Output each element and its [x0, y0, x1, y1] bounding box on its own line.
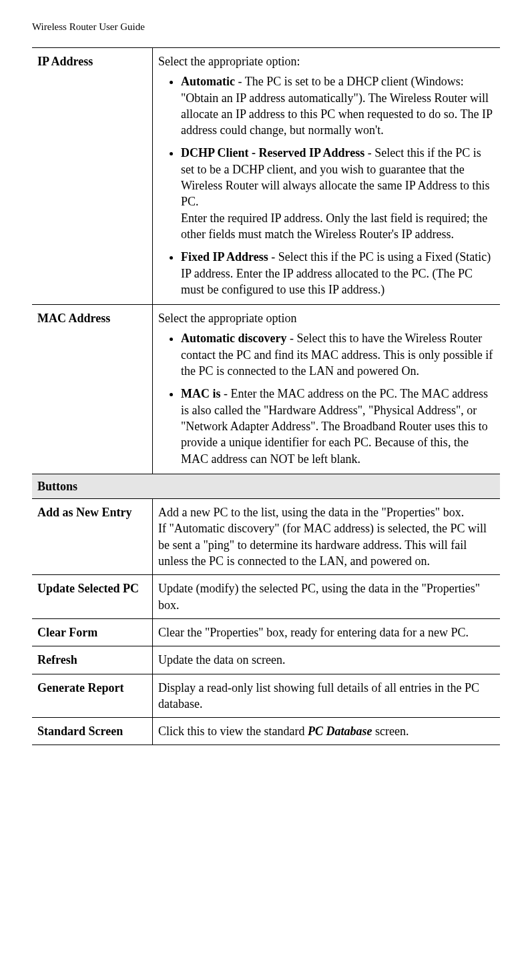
row-description: Select the appropriate option Automatic …	[153, 305, 501, 474]
options-list: Automatic - The PC is set to be a DHCP c…	[158, 73, 495, 298]
row-label: Generate Report	[32, 674, 153, 718]
row-generate-report: Generate Report Display a read-only list…	[32, 674, 500, 718]
row-description: Add a new PC to the list, using the data…	[153, 499, 501, 575]
row-label: Add as New Entry	[32, 499, 153, 575]
row-label: Clear Form	[32, 618, 153, 646]
row-description: Click this to view the standard PC Datab…	[153, 718, 501, 745]
row-ip-address: IP Address Select the appropriate option…	[32, 48, 500, 305]
row-description: Update the data on screen.	[153, 646, 501, 674]
desc-emph: PC Database	[308, 724, 372, 738]
intro-text: Select the appropriate option	[158, 310, 495, 326]
row-label: MAC Address	[32, 305, 153, 474]
row-update-selected-pc: Update Selected PC Update (modify) the s…	[32, 575, 500, 619]
option-name: Automatic discovery	[181, 332, 286, 345]
row-description: Clear the "Properties" box, ready for en…	[153, 618, 501, 646]
desc-line2: If "Automatic discovery" (for MAC addres…	[158, 522, 487, 568]
row-label: Refresh	[32, 646, 153, 674]
section-header-buttons: Buttons	[32, 474, 500, 498]
row-description: Display a read-only list showing full de…	[153, 674, 501, 718]
option-text: - Enter the MAC address on the PC. The M…	[181, 387, 488, 465]
reference-table: IP Address Select the appropriate option…	[32, 47, 500, 745]
options-list: Automatic discovery - Select this to hav…	[158, 330, 495, 466]
section-header-text: Buttons	[32, 474, 500, 498]
document-page: Wireless Router User Guide IP Address Se…	[0, 0, 532, 980]
option-text-extra: Enter the required IP address. Only the …	[181, 211, 487, 241]
row-add-as-new-entry: Add as New Entry Add a new PC to the lis…	[32, 499, 500, 575]
desc-after: screen.	[372, 724, 409, 738]
option-auto-discovery: Automatic discovery - Select this to hav…	[181, 330, 495, 379]
running-header: Wireless Router User Guide	[32, 21, 500, 33]
row-label: IP Address	[32, 48, 153, 305]
row-label: Update Selected PC	[32, 575, 153, 619]
option-name: DCHP Client - Reserved IP Address	[181, 146, 364, 159]
row-description: Update (modify) the selected PC, using t…	[153, 575, 501, 619]
row-label: Standard Screen	[32, 718, 153, 745]
option-automatic: Automatic - The PC is set to be a DHCP c…	[181, 73, 495, 138]
option-fixed-ip: Fixed IP Address - Select this if the PC…	[181, 249, 495, 298]
option-dchp-reserved: DCHP Client - Reserved IP Address - Sele…	[181, 145, 495, 242]
option-mac-is: MAC is - Enter the MAC address on the PC…	[181, 386, 495, 466]
row-description: Select the appropriate option: Automatic…	[153, 48, 501, 305]
row-mac-address: MAC Address Select the appropriate optio…	[32, 305, 500, 474]
row-clear-form: Clear Form Clear the "Properties" box, r…	[32, 618, 500, 646]
row-refresh: Refresh Update the data on screen.	[32, 646, 500, 674]
desc-before: Click this to view the standard	[158, 724, 308, 738]
row-standard-screen: Standard Screen Click this to view the s…	[32, 718, 500, 745]
option-name: Fixed IP Address	[181, 250, 268, 264]
option-name: MAC is	[181, 387, 221, 400]
intro-text: Select the appropriate option:	[158, 53, 495, 69]
desc-line1: Add a new PC to the list, using the data…	[158, 506, 464, 519]
option-name: Automatic	[181, 75, 235, 88]
